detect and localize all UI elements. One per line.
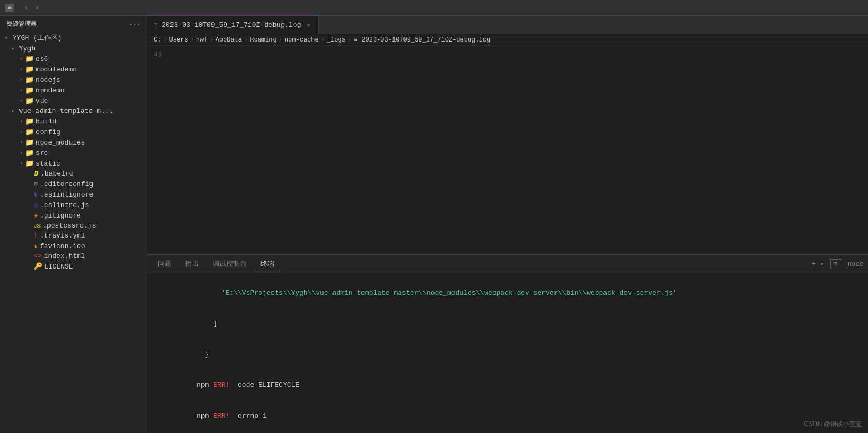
tab-debug-console[interactable]: 调试控制台 [206,257,253,271]
titlebar-left: ≡ ‹ › [5,3,42,13]
vue-chevron: › [17,98,25,104]
terminal-line-2: ] [156,308,860,339]
eslintrcjs-label: .eslintrc.js [40,201,147,209]
line-numbers: 43 [147,50,174,250]
yygh-chevron: ▾ [8,46,17,52]
terminal-bracket-close: ] [197,319,217,327]
workspace-chevron: ▾ [2,35,11,41]
eslintignore-label: .eslintignore [40,191,147,199]
src-chevron: › [17,150,25,156]
sidebar-item-moduledemo[interactable]: › 📁 moduledemo [0,64,147,75]
breadcrumb-sep-6: › [321,36,325,44]
vue-admin-chevron: ▾ [8,108,17,115]
add-terminal-button[interactable]: + [812,260,816,268]
sidebar-item-postcssrc[interactable]: JS .postcssrc.js [0,221,147,231]
tab-output[interactable]: 输出 [179,257,205,271]
nav-forward-button[interactable]: › [33,3,41,13]
sidebar-item-license[interactable]: 🔑 LICENSE [0,261,147,272]
sidebar-item-build[interactable]: › 📁 build [0,116,147,127]
titlebar: ≡ ‹ › [0,0,868,16]
terminal-text-5: errno 1 [234,412,266,420]
breadcrumb-filename: 2023-03-10T09_59_17_710Z-debug.log [361,36,490,44]
indexhtml-label: index.html [44,252,147,260]
npmdemo-chevron: › [17,88,25,94]
breadcrumb-sep-2: › [190,36,194,44]
npmdemo-folder-icon: 📁 [25,86,34,95]
static-label: static [36,160,147,168]
terminal-panel: 问题 输出 调试控制台 终端 + ▾ ⊡ node 'E:\\VsProject… [147,254,868,433]
breadcrumb-sep-7: › [348,36,351,44]
node-modules-label: node_modules [36,139,147,147]
breadcrumb-sep-4: › [244,36,248,44]
main-layout: 资源管理器 ··· ▾ YYGH (工作区) ▾ Yygh › 📁 es6 › … [0,16,868,433]
workspace-label: YYGH (工作区) [13,33,147,43]
terminal-path: 'E:\\VsProjects\\Yygh\\vue-admin-templat… [197,289,677,297]
terminal-content[interactable]: 'E:\\VsProjects\\Yygh\\vue-admin-templat… [147,273,868,433]
terminal-npm-4: npm [197,381,213,389]
tab-close-button[interactable]: ✕ [305,21,312,29]
breadcrumb-appdata: AppData [216,36,242,44]
build-folder-icon: 📁 [25,117,34,126]
chevron-down-icon[interactable]: ▾ [820,261,824,267]
sidebar-item-editorconfig[interactable]: ⚙ .editorconfig [0,179,147,189]
favicon-icon: ★ [34,242,38,250]
watermark: CSDN @钢铁小宝宝 [804,420,862,429]
sidebar-item-indexhtml[interactable]: <> index.html [0,251,147,261]
sidebar-item-yygh[interactable]: ▾ Yygh [0,44,147,54]
code-editor[interactable]: 43 [147,46,868,254]
nav-back-button[interactable]: ‹ [22,3,31,13]
sidebar-item-travisyml[interactable]: ! .travis.yml [0,231,147,241]
tab-problems[interactable]: 问题 [152,257,178,271]
line-number-43: 43 [154,50,167,60]
static-chevron: › [17,161,25,167]
code-content [174,50,868,250]
terminal-text-4: code ELIFECYCLE [234,381,299,389]
es6-label: es6 [36,55,147,63]
terminal-brace-close: } [197,350,209,358]
babelrc-label: .babelrc [41,170,147,178]
vue-label: vue [36,97,147,105]
terminal-line-5: npm ERR! errno 1 [156,400,860,431]
sidebar-item-vue-admin[interactable]: ▾ vue-admin-template-m... [0,106,147,116]
config-label: config [36,128,147,136]
nodejs-chevron: › [17,77,25,83]
sidebar-item-babelrc[interactable]: 𝘽 .babelrc [0,169,147,179]
sidebar-item-nodejs[interactable]: › 📁 nodejs [0,75,147,85]
menu-icon[interactable]: ≡ [5,4,14,12]
node-modules-chevron: › [17,140,25,146]
sidebar-item-node-modules[interactable]: › 📁 node_modules [0,137,147,148]
breadcrumb-logs: _logs [327,36,346,44]
editor-tab-debug-log[interactable]: ≡ 2023-03-10T09_59_17_710Z-debug.log ✕ [147,16,319,34]
breadcrumb-sep-3: › [209,36,213,44]
terminal-err-4: ERR! [213,381,234,389]
gitignore-label: .gitignore [40,212,147,220]
sidebar-item-static[interactable]: › 📁 static [0,158,147,169]
nodejs-folder-icon: 📁 [25,76,34,84]
postcssrc-label: .postcssrc.js [43,222,147,230]
src-label: src [36,149,147,157]
sidebar-item-eslintignore[interactable]: ⊙ .eslintignore [0,189,147,200]
editor-area: ≡ 2023-03-10T09_59_17_710Z-debug.log ✕ C… [147,16,868,433]
vue-admin-label: vue-admin-template-m... [19,107,147,115]
breadcrumb-sep-1: › [163,36,167,44]
sidebar-item-eslintrcjs[interactable]: ◇ .eslintrc.js [0,200,147,210]
titlebar-nav: ‹ › [22,3,42,13]
sidebar-item-es6[interactable]: › 📁 es6 [0,54,147,64]
sidebar-header: 资源管理器 ··· [0,16,147,32]
nodejs-label: nodejs [36,76,147,84]
more-icon[interactable]: ··· [129,21,140,27]
vue-folder-icon: 📁 [25,97,34,105]
split-terminal-button[interactable]: ⊡ [830,259,841,269]
sidebar-item-src[interactable]: › 📁 src [0,148,147,158]
travisyml-icon: ! [34,232,38,240]
terminal-type-label: node [847,260,864,268]
tab-terminal[interactable]: 终端 [254,257,280,271]
sidebar-item-favicon[interactable]: ★ favicon.ico [0,241,147,251]
sidebar-item-vue[interactable]: › 📁 vue [0,96,147,106]
travisyml-label: .travis.yml [40,232,147,240]
sidebar-item-npmdemo[interactable]: › 📁 npmdemo [0,85,147,96]
sidebar-item-gitignore[interactable]: ◈ .gitignore [0,210,147,221]
moduledemo-label: moduledemo [36,66,147,74]
sidebar-item-workspace[interactable]: ▾ YYGH (工作区) [0,32,147,44]
sidebar-item-config[interactable]: › 📁 config [0,127,147,137]
